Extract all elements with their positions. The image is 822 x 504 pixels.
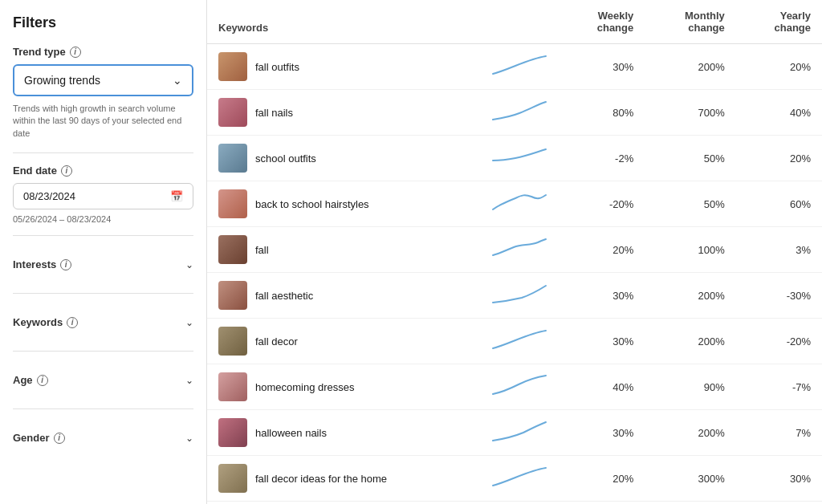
table-row[interactable]: fall 20% 100% 3% [207, 227, 822, 273]
table-row[interactable]: fall aesthetic 30% 200% -30% [207, 273, 822, 319]
monthly-change-3: 50% [645, 181, 736, 227]
main-content: Keywords Weeklychange Monthlychange Year… [207, 0, 822, 504]
trends-table: Keywords Weeklychange Monthlychange Year… [207, 0, 822, 502]
table-row[interactable]: back to school hairstyles -20% 50% 60% [207, 181, 822, 227]
keyword-thumb-3 [218, 189, 247, 218]
keyword-thumb-0 [218, 52, 247, 81]
table-row[interactable]: fall decor ideas for the home 20% 300% 3… [207, 456, 822, 502]
keyword-name-4: fall [255, 244, 269, 256]
keywords-section[interactable]: Keywords i ⌄ [13, 305, 193, 339]
col-chart [480, 0, 559, 44]
gender-section[interactable]: Gender i ⌄ [13, 421, 193, 455]
keyword-thumb-7 [218, 372, 247, 401]
keyword-name-6: fall decor [255, 335, 298, 348]
interests-info-icon[interactable]: i [60, 259, 71, 270]
sparkline-svg-6 [491, 329, 547, 352]
table-row[interactable]: halloween nails 30% 200% 7% [207, 410, 822, 456]
weekly-change-8: 30% [559, 410, 645, 456]
trend-type-info-icon[interactable]: i [70, 47, 81, 58]
calendar-icon: 📅 [170, 190, 183, 202]
table-row[interactable]: fall nails 80% 700% 40% [207, 90, 822, 136]
col-monthly: Monthlychange [645, 0, 736, 44]
yearly-change-0: 20% [736, 44, 822, 90]
sparkline-cell-7 [480, 364, 559, 410]
yearly-change-7: -7% [736, 364, 822, 410]
trend-type-chevron-icon: ⌄ [173, 74, 182, 87]
monthly-change-4: 100% [645, 227, 736, 273]
table-row[interactable]: fall decor 30% 200% -20% [207, 319, 822, 364]
monthly-change-0: 200% [645, 44, 736, 90]
sparkline-cell-5 [480, 273, 559, 319]
sparkline-cell-3 [480, 181, 559, 227]
monthly-change-1: 700% [645, 90, 736, 136]
interests-chevron-icon: ⌄ [185, 259, 193, 270]
keywords-info-icon[interactable]: i [67, 317, 78, 328]
sparkline-cell-6 [480, 319, 559, 364]
end-date-input[interactable]: 08/23/2024 📅 [13, 183, 193, 209]
keyword-thumb-4 [218, 235, 247, 264]
table-row[interactable]: homecoming dresses 40% 90% -7% [207, 364, 822, 410]
yearly-change-3: 60% [736, 181, 822, 227]
keyword-cell-9: fall decor ideas for the home [207, 456, 480, 502]
trend-type-dropdown[interactable]: Growing trends ⌄ [13, 64, 193, 96]
gender-info-icon[interactable]: i [54, 433, 65, 444]
weekly-change-9: 20% [559, 456, 645, 502]
keyword-thumb-5 [218, 281, 247, 310]
keyword-name-8: halloween nails [255, 427, 327, 439]
keyword-thumb-9 [218, 464, 247, 493]
gender-chevron-icon: ⌄ [185, 433, 193, 444]
keyword-cell-4: fall [207, 227, 480, 273]
keyword-thumb-1 [218, 98, 247, 127]
sparkline-svg-2 [491, 146, 547, 169]
weekly-change-3: -20% [559, 181, 645, 227]
divider-5 [13, 408, 193, 409]
trend-type-hint: Trends with high growth in search volume… [13, 103, 193, 140]
weekly-change-5: 30% [559, 273, 645, 319]
weekly-change-2: -2% [559, 136, 645, 181]
sparkline-svg-9 [491, 466, 547, 489]
keyword-thumb-2 [218, 144, 247, 173]
age-chevron-icon: ⌄ [185, 375, 193, 386]
sparkline-svg-7 [491, 375, 547, 397]
keyword-cell-3: back to school hairstyles [207, 181, 480, 227]
monthly-change-5: 200% [645, 273, 736, 319]
keyword-cell-1: fall nails [207, 90, 480, 136]
keyword-cell-2: school outfits [207, 136, 480, 181]
sparkline-svg-5 [491, 283, 547, 306]
sparkline-cell-8 [480, 410, 559, 456]
table-row[interactable]: fall outfits 30% 200% 20% [207, 44, 822, 90]
weekly-change-0: 30% [559, 44, 645, 90]
yearly-change-8: 7% [736, 410, 822, 456]
keyword-cell-7: homecoming dresses [207, 364, 480, 410]
yearly-change-9: 30% [736, 456, 822, 502]
yearly-change-6: -20% [736, 319, 822, 364]
table-row[interactable]: school outfits -2% 50% 20% [207, 136, 822, 181]
col-yearly: Yearlychange [736, 0, 822, 44]
weekly-change-4: 20% [559, 227, 645, 273]
yearly-change-4: 3% [736, 227, 822, 273]
age-section[interactable]: Age i ⌄ [13, 363, 193, 397]
col-keywords: Keywords [207, 0, 480, 44]
keyword-cell-6: fall decor [207, 319, 480, 364]
sparkline-svg-1 [491, 100, 547, 123]
sparkline-cell-2 [480, 136, 559, 181]
sparkline-cell-0 [480, 44, 559, 90]
keyword-thumb-8 [218, 418, 247, 447]
keyword-name-0: fall outfits [255, 61, 299, 73]
sparkline-svg-3 [491, 192, 547, 214]
keyword-thumb-6 [218, 327, 247, 356]
weekly-change-6: 30% [559, 319, 645, 364]
keyword-cell-0: fall outfits [207, 44, 480, 90]
col-weekly: Weeklychange [559, 0, 645, 44]
age-info-icon[interactable]: i [37, 375, 48, 386]
monthly-change-6: 200% [645, 319, 736, 364]
keyword-cell-8: halloween nails [207, 410, 480, 456]
end-date-info-icon[interactable]: i [61, 165, 72, 177]
keyword-name-9: fall decor ideas for the home [255, 473, 387, 485]
monthly-change-2: 50% [645, 136, 736, 181]
table-header: Keywords Weeklychange Monthlychange Year… [207, 0, 822, 44]
keyword-name-3: back to school hairstyles [255, 198, 369, 210]
monthly-change-9: 300% [645, 456, 736, 502]
sparkline-svg-0 [491, 55, 547, 77]
interests-section[interactable]: Interests i ⌄ [13, 247, 193, 282]
